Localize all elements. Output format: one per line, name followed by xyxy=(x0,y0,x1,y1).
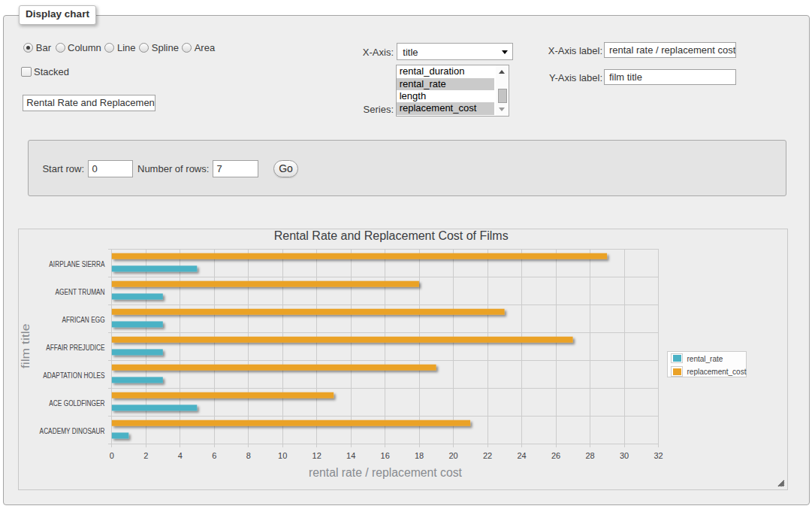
svg-text:ACE GOLDFINGER: ACE GOLDFINGER xyxy=(49,399,104,407)
svg-text:14: 14 xyxy=(346,451,355,460)
svg-text:6: 6 xyxy=(212,451,216,460)
svg-text:2: 2 xyxy=(143,451,148,460)
svg-text:30: 30 xyxy=(620,451,629,460)
svg-text:ACADEMY DINOSAUR: ACADEMY DINOSAUR xyxy=(40,427,105,435)
svg-text:AFFAIR PREJUDICE: AFFAIR PREJUDICE xyxy=(46,344,105,352)
svg-text:film title: film title xyxy=(19,324,32,369)
svg-text:Rental Rate and Replacement Co: Rental Rate and Replacement Cost of Film… xyxy=(274,229,509,242)
svg-text:12: 12 xyxy=(312,451,321,460)
svg-text:AGENT TRUMAN: AGENT TRUMAN xyxy=(56,288,105,296)
svg-text:ADAPTATION HOLES: ADAPTATION HOLES xyxy=(43,371,105,380)
svg-text:AIRPLANE SIERRA: AIRPLANE SIERRA xyxy=(49,260,105,268)
svg-text:rental rate / replacement cost: rental rate / replacement cost xyxy=(309,466,463,479)
svg-text:AFRICAN EGG: AFRICAN EGG xyxy=(62,316,104,324)
svg-text:32: 32 xyxy=(654,451,663,460)
svg-text:10: 10 xyxy=(278,451,287,460)
svg-text:8: 8 xyxy=(246,451,251,460)
svg-text:4: 4 xyxy=(178,451,183,460)
svg-text:22: 22 xyxy=(483,451,492,460)
svg-text:18: 18 xyxy=(415,451,424,460)
svg-text:20: 20 xyxy=(448,451,457,460)
svg-text:0: 0 xyxy=(110,451,114,460)
svg-text:28: 28 xyxy=(585,451,594,460)
svg-text:24: 24 xyxy=(517,451,526,460)
svg-text:26: 26 xyxy=(551,451,560,460)
svg-text:16: 16 xyxy=(381,451,390,460)
